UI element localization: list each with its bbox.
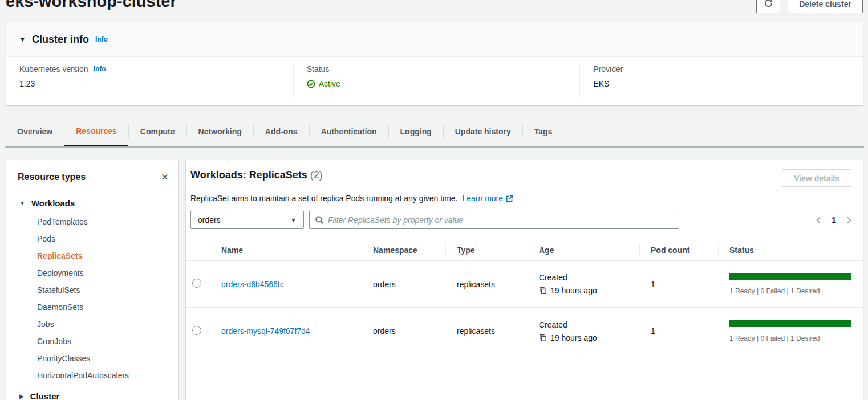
cluster-info-info-link[interactable]: Info [95, 35, 108, 43]
kubernetes-version-field: Kubernetes version Info 1.23 [6, 64, 293, 97]
sidebar-item-cronjobs[interactable]: CronJobs [6, 333, 178, 350]
status-value: Active [307, 79, 580, 88]
previous-page-button[interactable] [815, 216, 823, 225]
filter-controls: orders ▼ [186, 211, 863, 229]
search-input[interactable] [328, 215, 674, 225]
replicasets-panel-header: Workloads: ReplicaSets (2) View details [186, 160, 863, 187]
sidebar-item-jobs[interactable]: Jobs [6, 316, 178, 333]
status-cell: 1 Ready | 0 Failed | 1 Desired [718, 320, 863, 342]
replicasets-description: ReplicaSet aims to maintain a set of rep… [186, 194, 863, 203]
cluster-group-label: Cluster [30, 391, 60, 400]
sidebar-item-pods[interactable]: Pods [6, 230, 178, 247]
type-cell: replicasets [445, 280, 528, 289]
tab-resources[interactable]: Resources [64, 117, 128, 146]
name-cell: orders-d6b4566fc [216, 280, 362, 289]
resource-types-sidebar: Resource types ✕ ▼ Workloads PodTemplate… [6, 160, 179, 400]
status-bar [729, 273, 851, 280]
replicaset-name-link[interactable]: orders-mysql-749f67f7d4 [221, 326, 310, 336]
tab-add-ons[interactable]: Add-ons [254, 117, 309, 146]
row-select-cell [186, 326, 216, 337]
next-page-button[interactable] [845, 216, 853, 225]
status-cell: 1 Ready | 0 Failed | 1 Desired [718, 273, 863, 295]
name-cell: orders-mysql-749f67f7d4 [216, 326, 362, 336]
age-value: 19 hours ago [550, 333, 597, 342]
status-text: 1 Ready | 0 Failed | 1 Desired [729, 287, 863, 295]
table-header-row: Name Namespace Type Age Pod count Status [186, 239, 863, 261]
kubernetes-version-info-link[interactable]: Info [94, 65, 106, 73]
cluster-info-header[interactable]: ▼ Cluster info Info [6, 22, 863, 57]
tab-networking[interactable]: Networking [187, 117, 253, 146]
age-created-label: Created [539, 320, 639, 329]
workloads-group-label: Workloads [31, 198, 75, 208]
status-bar [729, 320, 851, 327]
learn-more-link[interactable]: Learn more [462, 194, 513, 203]
copy-icon[interactable] [539, 334, 547, 342]
replicaset-name-link[interactable]: orders-d6b4566fc [221, 280, 284, 289]
tab-compute[interactable]: Compute [129, 117, 186, 146]
column-header-age[interactable]: Age [528, 239, 639, 260]
column-header-name[interactable]: Name [216, 239, 362, 260]
pod-count-cell: 1 [639, 280, 718, 289]
age-cell: Created 19 hours ago [528, 273, 639, 295]
row-radio-button[interactable] [192, 279, 201, 288]
search-icon [315, 215, 324, 225]
tab-overview[interactable]: Overview [6, 117, 64, 146]
sidebar-item-replicasets[interactable]: ReplicaSets [6, 247, 178, 264]
sidebar-item-priorityclasses[interactable]: PriorityClasses [6, 350, 178, 367]
select-all-header [186, 239, 216, 260]
status-label: Status [307, 64, 330, 74]
external-link-icon [506, 195, 513, 202]
status-text: 1 Ready | 0 Failed | 1 Desired [729, 334, 863, 342]
view-details-button[interactable]: View details [782, 169, 851, 187]
row-radio-button[interactable] [192, 326, 201, 335]
tab-logging[interactable]: Logging [389, 117, 443, 146]
sidebar-group-cluster[interactable]: ▶ Cluster [6, 391, 178, 400]
refresh-button[interactable] [756, 0, 780, 13]
replicasets-heading: Workloads: ReplicaSets (2) [190, 169, 323, 181]
close-icon[interactable]: ✕ [161, 173, 169, 182]
page-title: eks-workshop-cluster [6, 0, 177, 11]
row-select-cell [186, 279, 216, 289]
provider-value: EKS [593, 79, 863, 88]
pod-count-cell: 1 [639, 326, 718, 336]
eks-console-screen: eks-workshop-cluster Delete cluster ▼ Cl… [0, 0, 868, 400]
tab-update-history[interactable]: Update history [444, 117, 522, 146]
caret-down-icon: ▼ [290, 217, 297, 223]
copy-icon[interactable] [539, 287, 547, 295]
chevron-left-icon [815, 216, 823, 225]
type-cell: replicasets [445, 326, 528, 336]
namespace-cell: orders [362, 280, 445, 289]
sidebar-item-statefulsets[interactable]: StatefulSets [6, 281, 178, 299]
column-header-pod-count[interactable]: Pod count [639, 239, 718, 260]
replicasets-panel: Workloads: ReplicaSets (2) View details … [185, 160, 863, 400]
sidebar-item-daemonsets[interactable]: DaemonSets [6, 299, 178, 316]
status-field: Status Active [293, 64, 580, 97]
provider-label: Provider [593, 64, 623, 74]
dropdown-value: orders [198, 215, 221, 225]
sidebar-group-workloads[interactable]: ▼ Workloads [6, 198, 178, 208]
current-page[interactable]: 1 [832, 215, 836, 225]
caret-down-icon: ▼ [19, 36, 26, 43]
kubernetes-version-label: Kubernetes version [19, 64, 88, 74]
cluster-tabs: Overview Resources Compute Networking Ad… [6, 117, 563, 146]
tab-authentication[interactable]: Authentication [310, 117, 388, 146]
age-value: 19 hours ago [550, 286, 597, 295]
cluster-info-body: Kubernetes version Info 1.23 Status [6, 57, 863, 105]
column-header-status[interactable]: Status [718, 239, 863, 260]
sidebar-header: Resource types ✕ [6, 160, 178, 182]
delete-cluster-button[interactable]: Delete cluster [788, 0, 863, 13]
table-row: orders-d6b4566fc orders replicasets Crea… [186, 261, 863, 308]
table-row: orders-mysql-749f67f7d4 orders replicase… [186, 308, 863, 354]
chevron-right-icon [845, 216, 853, 225]
column-header-namespace[interactable]: Namespace [362, 239, 445, 260]
cluster-info-title: Cluster info [32, 34, 89, 46]
column-header-type[interactable]: Type [445, 239, 528, 260]
property-filter-dropdown[interactable]: orders ▼ [190, 211, 304, 229]
refresh-icon [764, 0, 773, 10]
kubernetes-version-value: 1.23 [19, 79, 293, 88]
sidebar-item-deployments[interactable]: Deployments [6, 264, 178, 281]
tab-tags[interactable]: Tags [523, 117, 564, 146]
sidebar-item-horizontalpodautoscalers[interactable]: HorizontalPodAutoscalers [6, 367, 178, 384]
age-cell: Created 19 hours ago [528, 320, 639, 342]
sidebar-item-podtemplates[interactable]: PodTemplates [6, 213, 178, 230]
